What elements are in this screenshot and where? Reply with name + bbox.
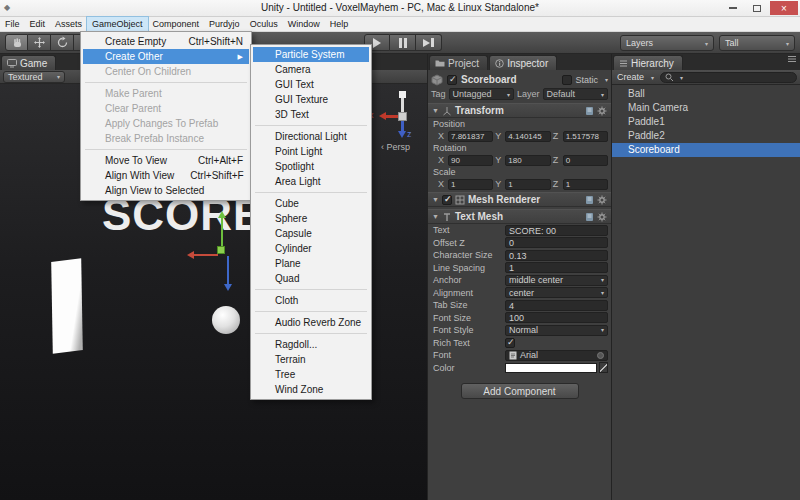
view-gizmo-z-cone[interactable] [398,131,406,138]
help-book-icon[interactable] [585,212,594,222]
perspective-label[interactable]: Persp [381,142,410,152]
hierarchy-item-ball[interactable]: Ball [612,87,800,101]
tab-project[interactable]: Project [429,55,488,70]
menu-item-create-other[interactable]: Create Other [83,49,249,64]
hierarchy-search-input[interactable] [660,72,797,83]
hierarchy-item-scoreboard[interactable]: Scoreboard [612,143,800,157]
submenu-item-wind-zone[interactable]: Wind Zone [253,382,369,397]
gear-icon[interactable] [597,106,607,116]
transform-component-header[interactable]: Transform [428,103,611,118]
object-picker-icon[interactable] [597,352,604,359]
font-object-field[interactable]: Arial [505,350,608,361]
menu-gameobject[interactable]: GameObject [87,17,148,31]
tag-dropdown[interactable]: Untagged [449,88,514,100]
submenu-item-plane[interactable]: Plane [253,256,369,271]
menu-item-align-view-to-selected[interactable]: Align View to Selected [83,183,249,198]
submenu-item-gui-text[interactable]: GUI Text [253,77,369,92]
submenu-item-audio-reverb-zone[interactable]: Audio Reverb Zone [253,315,369,330]
help-book-icon[interactable] [585,195,594,205]
menu-item-align-with-view[interactable]: Align With ViewCtrl+Shift+F [83,168,249,183]
move-tool-button[interactable] [28,34,51,51]
create-button[interactable]: Create [615,71,656,83]
submenu-item-cube[interactable]: Cube [253,196,369,211]
view-gizmo-x-cone[interactable] [379,112,386,120]
line-spacing-field[interactable]: 1 [505,262,608,273]
color-picker-icon[interactable] [599,362,608,373]
tab-hierarchy[interactable]: Hierarchy [613,55,683,70]
minimize-button[interactable] [722,1,744,15]
text-mesh-component-header[interactable]: Text Mesh [428,209,611,224]
tab-inspector[interactable]: Inspector [489,55,557,70]
anchor-dropdown[interactable]: middle center [505,275,608,286]
scale-y-field[interactable]: 1 [505,179,550,190]
submenu-item-quad[interactable]: Quad [253,271,369,286]
step-button[interactable] [416,34,442,51]
layer-dropdown[interactable]: Default [543,88,608,100]
submenu-item-cylinder[interactable]: Cylinder [253,241,369,256]
menu-item-move-to-view[interactable]: Move To ViewCtrl+Alt+F [83,153,249,168]
character-size-field[interactable]: 0.13 [505,250,608,261]
move-gizmo-x-axis[interactable] [187,251,194,259]
help-book-icon[interactable] [585,106,594,116]
alignment-dropdown[interactable]: center [505,287,608,298]
maximize-button[interactable] [746,1,768,15]
foldout-icon[interactable] [432,196,439,203]
scale-x-field[interactable]: 1 [448,179,493,190]
submenu-item-cloth[interactable]: Cloth [253,293,369,308]
submenu-item-tree[interactable]: Tree [253,367,369,382]
submenu-item-ragdoll[interactable]: Ragdoll... [253,337,369,352]
menu-file[interactable]: File [0,17,25,31]
move-gizmo-y-axis[interactable] [218,211,226,218]
hierarchy-item-paddle1[interactable]: Paddle1 [612,115,800,129]
close-button[interactable] [770,1,798,15]
panel-menu-icon[interactable] [787,49,797,67]
menu-window[interactable]: Window [283,17,325,31]
view-gizmo-y-cone[interactable] [399,91,406,98]
mesh-renderer-component-header[interactable]: Mesh Renderer [428,192,611,207]
static-checkbox[interactable] [562,75,572,85]
tab-size-field[interactable]: 4 [505,300,608,311]
render-mode-dropdown[interactable]: Textured [3,71,65,83]
submenu-item-capsule[interactable]: Capsule [253,226,369,241]
scale-z-field[interactable]: 1 [563,179,608,190]
menu-help[interactable]: Help [325,17,354,31]
hierarchy-item-main-camera[interactable]: Main Camera [612,101,800,115]
mesh-renderer-enabled-checkbox[interactable] [442,195,452,205]
move-gizmo-z-axis[interactable] [224,284,232,291]
position-x-field[interactable]: 7.861837 [448,131,493,142]
chevron-down-icon[interactable] [605,76,608,83]
submenu-item-terrain[interactable]: Terrain [253,352,369,367]
rotation-z-field[interactable]: 0 [563,155,608,166]
move-gizmo-center[interactable] [217,246,225,254]
font-size-field[interactable]: 100 [505,312,608,323]
position-z-field[interactable]: 1.517578 [563,131,608,142]
menu-edit[interactable]: Edit [25,17,51,31]
menu-item-create-empty[interactable]: Create EmptyCtrl+Shift+N [83,34,249,49]
menu-assets[interactable]: Assets [50,17,87,31]
rotation-y-field[interactable]: 180 [505,155,550,166]
text-field[interactable]: SCORE: 00 [505,225,608,236]
hierarchy-item-paddle2[interactable]: Paddle2 [612,129,800,143]
add-component-button[interactable]: Add Component [461,383,579,399]
rich-text-checkbox[interactable] [505,338,515,348]
foldout-icon[interactable] [432,213,439,220]
submenu-item-sphere[interactable]: Sphere [253,211,369,226]
view-gizmo-center[interactable] [398,112,407,121]
rotation-x-field[interactable]: 90 [448,155,493,166]
menu-purdyjo[interactable]: Purdyjo [204,17,245,31]
layout-dropdown[interactable]: Tall [719,35,795,51]
tab-game[interactable]: Game [1,55,56,70]
foldout-icon[interactable] [432,107,439,114]
submenu-item-directional-light[interactable]: Directional Light [253,129,369,144]
active-checkbox[interactable] [447,75,457,85]
gear-icon[interactable] [597,212,607,222]
submenu-item-camera[interactable]: Camera [253,62,369,77]
search-filter-chevron-icon[interactable] [680,74,683,81]
color-swatch[interactable] [505,363,597,373]
menu-component[interactable]: Component [148,17,205,31]
layers-dropdown[interactable]: Layers [620,35,714,51]
rotate-tool-button[interactable] [51,34,74,51]
submenu-item-point-light[interactable]: Point Light [253,144,369,159]
submenu-item-spotlight[interactable]: Spotlight [253,159,369,174]
position-y-field[interactable]: 4.140145 [505,131,550,142]
